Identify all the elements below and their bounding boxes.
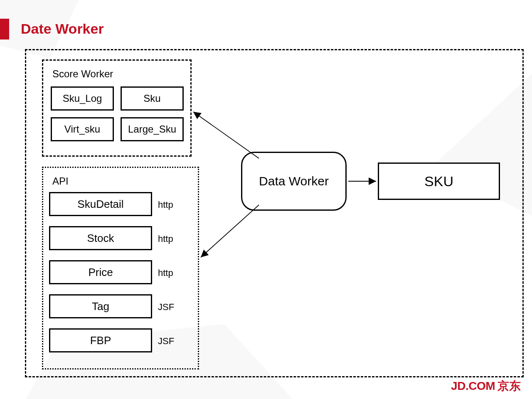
- arrow-dw-to-api: [201, 205, 259, 257]
- slide: Date Worker Score Worker Sku_Log Sku Vir…: [0, 0, 532, 399]
- api-box-fbp: FBP: [49, 328, 152, 352]
- slide-title: Date Worker: [21, 21, 104, 37]
- data-worker-node: Data Worker: [241, 152, 347, 211]
- api-proto-fbp: JSF: [158, 336, 174, 347]
- api-group: API SkuDetail http Stock http Price http…: [42, 167, 199, 369]
- box-virt-sku: Virt_sku: [51, 117, 114, 141]
- jd-logo: JD.COM京东: [451, 378, 520, 394]
- logo-cn: 京东: [498, 379, 520, 392]
- api-proto-stock: http: [158, 234, 173, 244]
- api-proto-price: http: [158, 268, 173, 278]
- api-box-stock: Stock: [49, 226, 152, 250]
- box-large-sku: Large_Sku: [121, 117, 184, 141]
- api-box-price: Price: [49, 260, 152, 284]
- api-label: API: [52, 175, 69, 187]
- score-worker-label: Score Worker: [52, 68, 113, 80]
- box-sku: Sku: [121, 86, 184, 111]
- api-box-skudetail: SkuDetail: [49, 192, 152, 216]
- outer-container: Score Worker Sku_Log Sku Virt_sku Large_…: [25, 49, 524, 377]
- api-proto-tag: JSF: [158, 302, 174, 313]
- api-box-tag: Tag: [49, 294, 152, 318]
- logo-en: JD.COM: [451, 379, 495, 392]
- sku-node: SKU: [378, 163, 500, 200]
- api-proto-skudetail: http: [158, 200, 173, 210]
- score-worker-group: Score Worker Sku_Log Sku Virt_sku Large_…: [42, 59, 192, 157]
- title-accent-bar: [0, 19, 9, 39]
- arrow-dw-to-score: [193, 112, 259, 158]
- box-sku-log: Sku_Log: [51, 86, 114, 111]
